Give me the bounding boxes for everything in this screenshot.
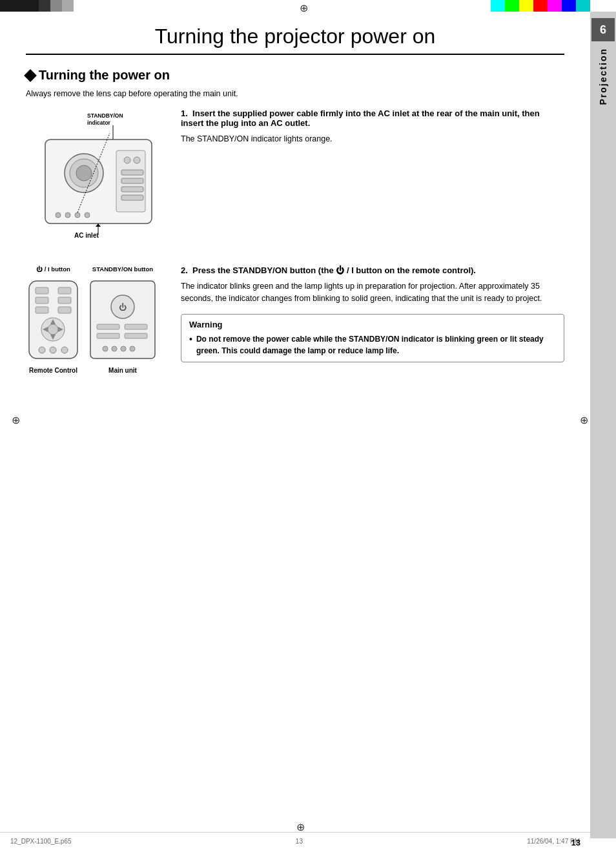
- step1-note: The STANDBY/ON indicator lights orange.: [181, 133, 564, 145]
- svg-rect-24: [58, 287, 71, 294]
- step1-right: 1. Insert the supplied power cable firml…: [181, 109, 564, 145]
- svg-point-47: [121, 346, 126, 351]
- step1-number: 1. Insert the supplied power cable firml…: [181, 109, 564, 128]
- svg-rect-27: [36, 307, 48, 313]
- main-unit-label: Main unit: [87, 367, 158, 374]
- svg-rect-41: [97, 324, 119, 329]
- svg-rect-44: [125, 333, 147, 338]
- step2-note: The indicator blinks green and the lamp …: [181, 280, 564, 305]
- step1-left: STANDBY/ON indicator: [26, 109, 168, 253]
- svg-rect-25: [36, 297, 48, 304]
- svg-point-48: [130, 346, 135, 351]
- warning-title: Warning: [189, 320, 556, 329]
- step1-row: STANDBY/ON indicator: [26, 109, 564, 253]
- chapter-label: Projection: [598, 48, 608, 105]
- projector-svg: STANDBY/ON indicator: [26, 109, 161, 251]
- intro-text: Always remove the lens cap before operat…: [26, 89, 564, 98]
- warning-text: Do not remove the power cable while the …: [196, 333, 556, 357]
- remote-control: Remote Control: [26, 278, 81, 374]
- svg-point-36: [50, 347, 56, 353]
- warning-content: • Do not remove the power cable while th…: [189, 333, 556, 357]
- step2-number: 2. Press the STANDBY/ON button (the ⏻ / …: [181, 265, 564, 275]
- section-heading-text: Turning the power on: [39, 68, 170, 83]
- step2-right: 2. Press the STANDBY/ON button (the ⏻ / …: [181, 265, 564, 362]
- svg-point-37: [61, 347, 68, 353]
- svg-text:⏻: ⏻: [119, 303, 127, 312]
- remote-svg: [26, 278, 81, 365]
- reg-mark-top: ⊕: [297, 1, 310, 14]
- svg-text:AC inlet: AC inlet: [74, 232, 99, 239]
- page-title: Turning the projector power on: [26, 25, 564, 55]
- section-heading: Turning the power on: [26, 68, 564, 83]
- reg-mark-left: ⊕: [9, 413, 22, 426]
- diamond-icon: [24, 69, 37, 82]
- svg-rect-12: [121, 187, 143, 192]
- svg-point-9: [134, 157, 140, 163]
- main-unit-svg: ⏻: [87, 278, 158, 365]
- svg-point-8: [124, 157, 130, 163]
- button-labels: ⏻ / I button STANDBY/ON button: [26, 265, 168, 273]
- svg-rect-28: [58, 307, 71, 313]
- chapter-number: 6: [591, 18, 615, 41]
- svg-point-6: [76, 165, 92, 181]
- svg-point-16: [75, 212, 80, 218]
- step2-bold-text: Press the STANDBY/ON button (the ⏻ / I b…: [192, 265, 476, 275]
- projector-diagram: STANDBY/ON indicator: [26, 109, 161, 253]
- main-unit: ⏻ Main unit: [87, 278, 158, 374]
- step1-bold-text: Insert the supplied power cable firmly i…: [181, 109, 540, 128]
- svg-point-45: [103, 346, 108, 351]
- svg-point-35: [39, 347, 45, 353]
- color-bars-right: [491, 0, 590, 12]
- warning-box: Warning • Do not remove the power cable …: [181, 314, 564, 362]
- bottom-left-text: 12_DPX-1100_E.p65: [10, 838, 72, 845]
- svg-point-30: [48, 324, 58, 335]
- svg-rect-26: [58, 297, 71, 304]
- svg-rect-11: [121, 178, 143, 183]
- side-bar: 6 Projection: [590, 12, 616, 838]
- bottom-center-text: 13: [296, 838, 303, 845]
- svg-rect-42: [125, 324, 147, 329]
- svg-point-17: [85, 212, 90, 218]
- power-btn-label: ⏻ / I button: [26, 265, 81, 273]
- page-number: 13: [571, 838, 580, 847]
- standby-btn-label: STANDBY/ON button: [87, 265, 158, 273]
- reg-mark-right: ⊕: [577, 413, 590, 426]
- svg-point-15: [65, 212, 70, 218]
- svg-point-14: [56, 212, 61, 218]
- main-content: Turning the projector power on Turning t…: [0, 12, 590, 413]
- svg-text:indicator: indicator: [87, 119, 111, 126]
- bottom-bar: 12_DPX-1100_E.p65 13 11/26/04, 1:47 PM: [0, 832, 590, 850]
- reg-mark-bottom: ⊕: [294, 820, 307, 833]
- svg-text:STANDBY/ON: STANDBY/ON: [87, 112, 123, 119]
- devices-row: Remote Control ⏻: [26, 278, 168, 374]
- step2-row: ⏻ / I button STANDBY/ON button: [26, 265, 564, 374]
- svg-rect-43: [97, 333, 119, 338]
- svg-rect-10: [121, 170, 143, 175]
- svg-rect-13: [121, 195, 143, 200]
- bullet-dot: •: [189, 333, 192, 345]
- step2-left: ⏻ / I button STANDBY/ON button: [26, 265, 168, 374]
- svg-point-46: [112, 346, 117, 351]
- svg-rect-23: [36, 287, 48, 294]
- remote-label: Remote Control: [26, 367, 81, 374]
